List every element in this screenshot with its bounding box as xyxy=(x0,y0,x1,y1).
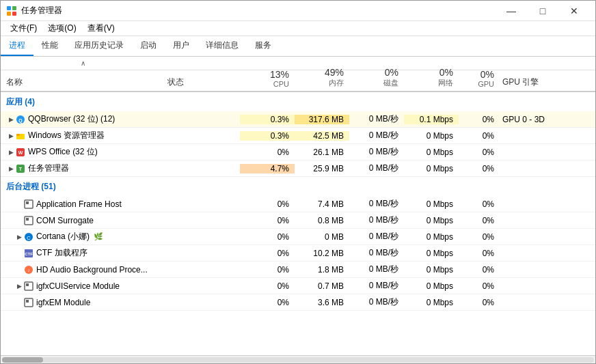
svg-text:W: W xyxy=(18,150,23,155)
process-disk: 0 MB/秒 xyxy=(349,247,404,259)
svg-rect-15 xyxy=(26,218,29,221)
header-name[interactable]: 名称 xyxy=(1,76,165,88)
tab-details[interactable]: 详细信息 xyxy=(198,36,247,56)
leaf-icon xyxy=(14,199,24,209)
content-area: ∧ 名称 状态 13% CPU 49% 内存 0% 磁盘 xyxy=(1,57,595,363)
expand-icon[interactable]: ▶ xyxy=(14,281,24,291)
table-row[interactable]: ♪ HD Audio Background Proce... 0% 1.8 MB… xyxy=(1,262,595,278)
process-icon: CTF xyxy=(24,249,33,258)
task-manager-window: 任务管理器 — □ ✕ 文件(F) 选项(O) 查看(V) 进程 性能 应用历史… xyxy=(0,0,596,364)
menu-options[interactable]: 选项(O) xyxy=(42,21,81,36)
process-disk: 0 MB/秒 xyxy=(349,146,404,158)
process-icon: C xyxy=(24,232,33,242)
process-mem: 0 MB xyxy=(295,232,349,242)
process-mem: 10.2 MB xyxy=(295,249,349,258)
process-disk: 0 MB/秒 xyxy=(349,198,404,210)
process-net: 0 Mbps xyxy=(404,216,459,225)
process-name: ♪ HD Audio Background Proce... xyxy=(1,265,165,275)
process-name: CTF CTF 加载程序 xyxy=(1,247,165,259)
process-mem: 3.6 MB xyxy=(295,298,349,307)
table-row[interactable]: ▶ Q QQBrowser (32 位) (12) 0.3% 317.6 MB … xyxy=(1,111,595,128)
table-row[interactable]: ▶ igfxCUIService Module 0% 0.7 MB 0 MB/秒… xyxy=(1,278,595,294)
title-bar-left: 任务管理器 xyxy=(6,5,62,16)
table-row[interactable]: COM Surrogate 0% 0.8 MB 0 MB/秒 0 Mbps 0% xyxy=(1,212,595,229)
process-gpu: 0% xyxy=(459,216,500,225)
svg-rect-2 xyxy=(7,12,11,16)
tab-process[interactable]: 进程 xyxy=(1,36,33,56)
svg-text:♪: ♪ xyxy=(27,268,30,272)
process-mem: 26.1 MB xyxy=(295,148,349,157)
process-icon: Q xyxy=(16,115,25,124)
expand-icon[interactable]: ▶ xyxy=(6,131,16,141)
header-gpu[interactable]: 0% GPU xyxy=(459,69,500,88)
header-cpu[interactable]: 13% CPU xyxy=(240,69,295,88)
svg-rect-23 xyxy=(26,283,29,286)
process-name: ▶ W WPS Office (32 位) xyxy=(1,146,165,158)
process-gpu: 0% xyxy=(459,232,500,242)
header-status[interactable]: 状态 xyxy=(165,76,240,88)
process-cpu: 0% xyxy=(240,265,295,275)
menu-view[interactable]: 查看(V) xyxy=(82,21,120,36)
table-row[interactable]: ▶ C Cortana (小娜) 🌿 0% 0 MB 0 MB/秒 0 Mbps… xyxy=(1,229,595,245)
process-net: 0 Mbps xyxy=(404,199,459,209)
scrollbar-thumb[interactable] xyxy=(2,357,43,363)
tab-users[interactable]: 用户 xyxy=(165,36,198,56)
expand-icon[interactable]: ▶ xyxy=(6,115,16,124)
svg-text:Q: Q xyxy=(18,117,23,123)
horizontal-scrollbar[interactable] xyxy=(1,355,595,363)
expand-icon[interactable]: ▶ xyxy=(14,232,24,242)
process-icon xyxy=(24,281,33,291)
scrollbar-track xyxy=(2,357,594,363)
process-gpu: 0% xyxy=(459,164,500,173)
table-row[interactable]: igfxEM Module 0% 3.6 MB 0 MB/秒 0 Mbps 0% xyxy=(1,294,595,311)
tab-app-history[interactable]: 应用历史记录 xyxy=(66,36,132,56)
process-disk: 0 MB/秒 xyxy=(349,130,404,141)
process-disk: 0 MB/秒 xyxy=(349,264,404,275)
menu-file[interactable]: 文件(F) xyxy=(5,21,42,36)
process-cpu: 0% xyxy=(240,249,295,258)
leaf-icon xyxy=(14,298,24,307)
window-controls: — □ ✕ xyxy=(496,1,590,21)
process-gpu: 0% xyxy=(459,148,500,157)
process-gpueng: GPU 0 - 3D xyxy=(500,115,595,124)
header-net[interactable]: 0% 网络 xyxy=(404,67,459,88)
table-row[interactable]: Application Frame Host 0% 7.4 MB 0 MB/秒 … xyxy=(1,196,595,212)
process-name: Application Frame Host xyxy=(1,199,165,209)
table-row[interactable]: CTF CTF 加载程序 0% 10.2 MB 0 MB/秒 0 Mbps 0% xyxy=(1,245,595,262)
svg-text:T: T xyxy=(19,167,23,171)
process-mem: 25.9 MB xyxy=(295,164,349,173)
svg-rect-3 xyxy=(12,12,16,16)
section-apps: 应用 (4) xyxy=(1,92,595,111)
tab-services[interactable]: 服务 xyxy=(247,36,280,56)
tab-performance[interactable]: 性能 xyxy=(33,36,66,56)
process-net: 0 Mbps xyxy=(404,148,459,157)
svg-rect-1 xyxy=(12,6,16,10)
expand-icon[interactable]: ▶ xyxy=(6,164,16,173)
title-bar: 任务管理器 — □ ✕ xyxy=(1,1,595,21)
expand-icon[interactable]: ▶ xyxy=(6,148,16,157)
tab-startup[interactable]: 启动 xyxy=(132,36,165,56)
process-disk: 0 MB/秒 xyxy=(349,296,404,308)
process-net: 0 Mbps xyxy=(404,281,459,291)
header-disk[interactable]: 0% 磁盘 xyxy=(349,67,404,88)
process-disk: 0 MB/秒 xyxy=(349,280,404,292)
minimize-button[interactable]: — xyxy=(496,1,527,21)
process-mem: 0.7 MB xyxy=(295,281,349,291)
process-name: ▶ Windows 资源管理器 xyxy=(1,130,165,141)
table-row[interactable]: ▶ W WPS Office (32 位) 0% 26.1 MB 0 MB/秒 … xyxy=(1,144,595,160)
process-cpu: 0% xyxy=(240,298,295,307)
svg-text:C: C xyxy=(27,234,31,240)
section-background: 后台进程 (51) xyxy=(1,177,595,196)
header-gpueng[interactable]: GPU 引擎 xyxy=(500,76,595,88)
process-icon xyxy=(24,216,33,225)
maximize-button[interactable]: □ xyxy=(527,1,558,21)
sort-arrow[interactable]: ∧ xyxy=(81,59,85,67)
table-row[interactable]: ▶ Windows 资源管理器 0.3% 42.5 MB 0 MB/秒 0 Mb… xyxy=(1,128,595,144)
svg-rect-25 xyxy=(26,300,29,303)
process-cpu: 0.3% xyxy=(240,115,295,124)
header-mem[interactable]: 49% 内存 xyxy=(295,67,349,88)
menu-bar: 文件(F) 选项(O) 查看(V) xyxy=(1,21,595,36)
close-button[interactable]: ✕ xyxy=(558,1,590,21)
table-row[interactable]: ▶ T 任务管理器 4.7% 25.9 MB 0 MB/秒 0 Mbps 0% xyxy=(1,160,595,177)
process-gpu: 0% xyxy=(459,298,500,307)
